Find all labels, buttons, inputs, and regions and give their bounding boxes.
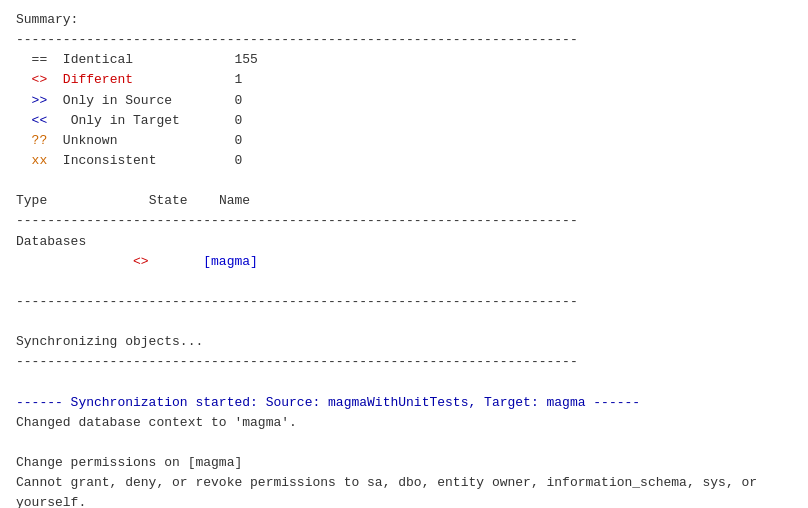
separator-1: ----------------------------------------… bbox=[16, 32, 578, 47]
changed-context: Changed database context to 'magma'. bbox=[16, 415, 297, 430]
sync-started: ------ Synchronization started: Source: … bbox=[16, 395, 640, 410]
change-perms: Change permissions on [magma] bbox=[16, 455, 242, 470]
cannot-grant: Cannot grant, deny, or revoke permission… bbox=[16, 475, 765, 508]
row-unknown: ?? Unknown 0 bbox=[16, 133, 242, 148]
separator-5: ----------------------------------------… bbox=[16, 354, 578, 369]
row-inconsistent: xx Inconsistent 0 bbox=[16, 153, 242, 168]
row-source: >> Only in Source 0 bbox=[16, 93, 242, 108]
row-target: << Only in Target 0 bbox=[16, 113, 242, 128]
summary-label: Summary: bbox=[16, 12, 78, 27]
row-identical: == Identical 155 bbox=[16, 52, 258, 67]
separator-4: ----------------------------------------… bbox=[16, 294, 578, 309]
output-container: Summary: -------------------------------… bbox=[16, 10, 792, 508]
section-databases: Databases bbox=[16, 234, 86, 249]
row-different: <> Different 1 bbox=[16, 72, 242, 87]
separator-3: ----------------------------------------… bbox=[16, 213, 578, 228]
sync-objects: Synchronizing objects... bbox=[16, 334, 203, 349]
col-headers: Type State Name bbox=[16, 193, 250, 208]
db-row: <> [magma] bbox=[16, 254, 258, 269]
